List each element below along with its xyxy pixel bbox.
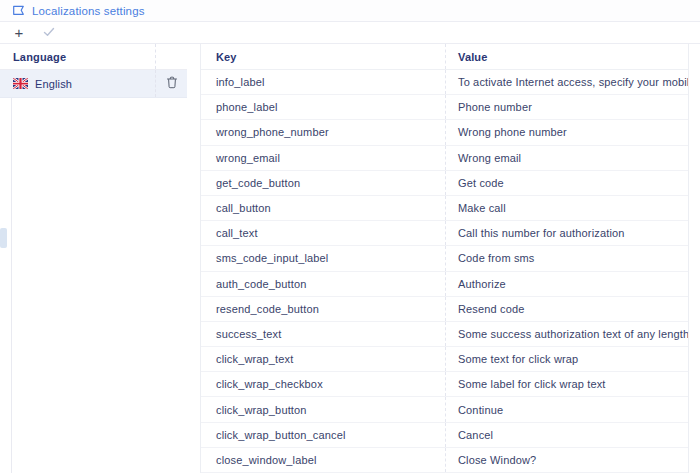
table-row[interactable]: click_wrap_checkbox Some label for click… (201, 372, 688, 397)
toolbar: + (0, 22, 700, 44)
table-row[interactable]: resend_code_button Resend code (201, 297, 688, 322)
value-cell: Close Window? (446, 448, 688, 472)
panel-splitter-track (11, 98, 12, 473)
add-language-button[interactable]: + (4, 22, 34, 44)
key-cell: wrong_email (201, 146, 446, 170)
language-row-label: English (35, 78, 72, 90)
key-cell: click_wrap_button_cancel (201, 423, 446, 447)
language-panel-header: Language (0, 44, 187, 70)
table-row[interactable]: click_wrap_text Some text for click wrap (201, 347, 688, 372)
key-column-header: Key (201, 44, 446, 69)
key-cell: get_code_button (201, 171, 446, 195)
table-row[interactable]: sms_code_input_label Code from sms (201, 246, 688, 271)
localization-table: Key Value info_label To activate Interne… (200, 44, 689, 473)
key-cell: click_wrap_text (201, 347, 446, 371)
table-row[interactable]: success_text Some success authorization … (201, 322, 688, 347)
value-cell: Continue (446, 397, 688, 421)
value-cell: Get code (446, 171, 688, 195)
key-cell: sms_code_input_label (201, 246, 446, 270)
language-actions-header (155, 44, 187, 69)
language-panel: Language English (0, 44, 187, 473)
table-row[interactable]: call_button Make call (201, 196, 688, 221)
trash-icon (166, 76, 178, 92)
value-cell: Authorize (446, 272, 688, 296)
table-row[interactable]: call_text Call this number for authoriza… (201, 221, 688, 246)
panel-splitter-handle[interactable] (0, 228, 7, 248)
value-cell: To activate Internet access, specify you… (446, 70, 688, 94)
check-icon (43, 25, 55, 40)
delete-language-button[interactable] (166, 76, 178, 92)
value-cell: Some text for click wrap (446, 347, 688, 371)
key-cell: auth_code_button (201, 272, 446, 296)
value-cell: Resend code (446, 297, 688, 321)
table-header-row: Key Value (201, 44, 688, 70)
flag-outline-icon (12, 5, 25, 16)
key-cell: click_wrap_checkbox (201, 372, 446, 396)
table-row[interactable]: click_wrap_button Continue (201, 397, 688, 422)
page-title: Localizations settings (32, 5, 145, 17)
value-cell: Wrong phone number (446, 120, 688, 144)
value-column-header: Value (446, 44, 688, 69)
key-cell: call_text (201, 221, 446, 245)
table-body: info_label To activate Internet access, … (201, 70, 688, 473)
page-header: Localizations settings (0, 0, 700, 22)
key-cell: wrong_phone_number (201, 120, 446, 144)
confirm-button[interactable] (34, 22, 64, 44)
value-cell: Code from sms (446, 246, 688, 270)
language-column-header: Language (0, 51, 155, 63)
table-row[interactable]: wrong_email Wrong email (201, 146, 688, 171)
key-cell: success_text (201, 322, 446, 346)
value-cell: Call this number for authorization (446, 221, 688, 245)
table-row[interactable]: phone_label Phone number (201, 95, 688, 120)
panel-gap (187, 44, 200, 473)
table-row[interactable]: auth_code_button Authorize (201, 272, 688, 297)
table-row[interactable]: wrong_phone_number Wrong phone number (201, 120, 688, 145)
key-cell: info_label (201, 70, 446, 94)
value-cell: Cancel (446, 423, 688, 447)
key-cell: click_wrap_button (201, 397, 446, 421)
key-cell: phone_label (201, 95, 446, 119)
table-row[interactable]: info_label To activate Internet access, … (201, 70, 688, 95)
value-cell: Some label for click wrap text (446, 372, 688, 396)
key-cell: close_window_label (201, 448, 446, 472)
plus-icon: + (15, 25, 24, 40)
value-cell: Phone number (446, 95, 688, 119)
main-content: Language English (0, 44, 700, 473)
value-cell: Some success authorization text of any l… (446, 322, 688, 346)
table-row[interactable]: close_window_label Close Window? (201, 448, 688, 473)
table-row[interactable]: get_code_button Get code (201, 171, 688, 196)
key-cell: resend_code_button (201, 297, 446, 321)
uk-flag-icon (13, 78, 28, 89)
table-row[interactable]: click_wrap_button_cancel Cancel (201, 423, 688, 448)
key-cell: call_button (201, 196, 446, 220)
language-row-english[interactable]: English (0, 70, 187, 98)
value-cell: Wrong email (446, 146, 688, 170)
value-cell: Make call (446, 196, 688, 220)
